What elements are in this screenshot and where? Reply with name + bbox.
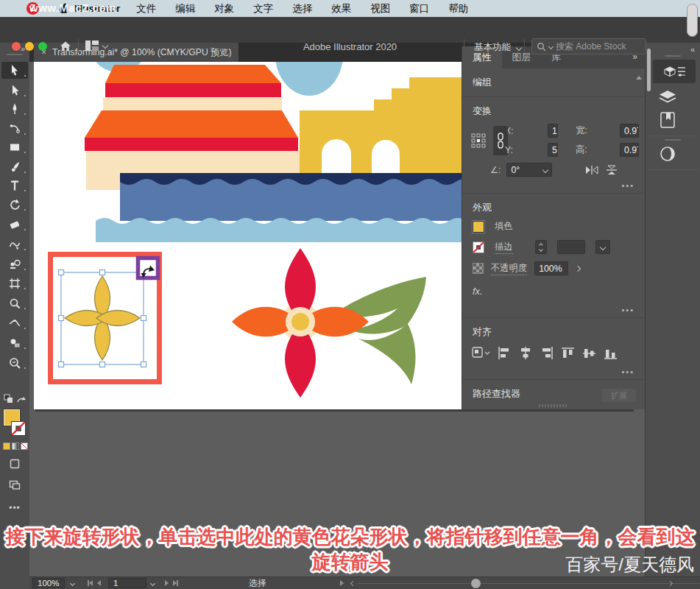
artboard-tool[interactable] <box>1 275 28 292</box>
x-input[interactable]: 1.08 in <box>548 124 558 138</box>
flip-horizontal-icon[interactable] <box>584 164 599 176</box>
reference-point-icon[interactable] <box>471 133 486 148</box>
dock-layers-button[interactable] <box>657 88 678 106</box>
menu-edit[interactable]: 编辑 <box>175 2 195 15</box>
align-to-dropdown[interactable] <box>471 346 490 360</box>
x-label: X: <box>505 126 548 136</box>
search-input[interactable]: 搜索 Adobe Stock <box>531 38 646 54</box>
artwork-roof-lower <box>85 110 298 138</box>
width-input[interactable]: 0.9724 i <box>620 124 639 138</box>
menu-view[interactable]: 视图 <box>370 2 390 15</box>
curvature-tool[interactable] <box>1 120 28 137</box>
toolbar-more-icon[interactable]: ••• <box>0 503 29 513</box>
align-top-icon[interactable] <box>561 346 576 360</box>
prev-artboard-button[interactable] <box>97 580 101 586</box>
stroke-swatch[interactable] <box>473 241 484 253</box>
color-mode-strip[interactable] <box>3 442 28 450</box>
shaper-tool[interactable] <box>1 236 28 253</box>
opacity-input[interactable]: 100% <box>534 261 568 275</box>
dock-scrollbar-thumb[interactable] <box>647 49 651 91</box>
align-bottom-icon[interactable] <box>604 346 618 360</box>
menu-type[interactable]: 文字 <box>253 2 273 15</box>
draw-mode-button[interactable] <box>1 455 28 472</box>
rectangle-tool[interactable] <box>1 138 28 155</box>
rotate-callout-box <box>138 258 158 278</box>
zoom-tool[interactable] <box>1 294 28 311</box>
swap-fill-stroke-icon[interactable] <box>3 393 26 409</box>
menu-file[interactable]: 文件 <box>136 2 156 15</box>
stroke-color-swatch[interactable] <box>11 421 26 436</box>
eraser-tool[interactable] <box>1 216 28 233</box>
transform-more-icon[interactable]: ••• <box>462 181 645 190</box>
pen-tool[interactable] <box>1 100 28 117</box>
scroll-left-icon[interactable] <box>350 580 356 585</box>
symbol-sprayer-tool[interactable] <box>1 334 28 351</box>
dock-color-themes-button[interactable] <box>657 144 678 163</box>
align-right-icon[interactable] <box>540 346 554 360</box>
next-artboard-button[interactable] <box>165 580 169 586</box>
stroke-label[interactable]: 描边 <box>495 241 513 254</box>
stroke-weight-dropdown[interactable] <box>595 240 610 254</box>
stroke-weight-input[interactable] <box>557 240 585 254</box>
yellow-flower[interactable] <box>65 276 140 360</box>
rotate-tool[interactable] <box>1 196 28 213</box>
type-tool[interactable] <box>1 177 28 194</box>
menu-help[interactable]: 帮助 <box>448 2 468 15</box>
workspace-switcher[interactable]: 基本功能 <box>474 41 521 54</box>
dock-separator <box>648 169 698 170</box>
align-center-horizontal-icon[interactable] <box>518 346 533 360</box>
effects-fx-button[interactable]: fx. <box>462 275 645 297</box>
expand-button[interactable]: 扩展 <box>602 389 636 402</box>
fill-swatch[interactable] <box>473 221 484 233</box>
none-swatch-icon[interactable] <box>21 442 28 450</box>
status-expand-icon[interactable] <box>340 580 344 586</box>
align-left-icon[interactable] <box>497 346 512 360</box>
height-label: 高: <box>576 144 620 156</box>
direct-selection-tool[interactable] <box>1 82 28 99</box>
transform-grid: X: 1.08 in 宽: 0.9724 i Y: 5.5261 i 高: 0.… <box>462 124 645 157</box>
y-input[interactable]: 5.5261 i <box>548 143 558 157</box>
horizontal-scrollbar-thumb[interactable] <box>471 579 481 588</box>
last-artboard-button[interactable] <box>173 580 178 586</box>
menu-select[interactable]: 选择 <box>292 2 312 15</box>
dock-grip[interactable] <box>665 55 681 57</box>
dock-properties-button[interactable] <box>653 60 696 83</box>
toolbar-grip[interactable] <box>7 54 23 55</box>
gradient-swatch-icon[interactable] <box>12 442 19 450</box>
menu-effect[interactable]: 效果 <box>331 2 351 15</box>
search-placeholder: 搜索 Adobe Stock <box>556 40 626 53</box>
scroll-right-icon[interactable] <box>668 580 673 585</box>
screen-mode-button[interactable] <box>1 476 28 493</box>
artboard-dropdown-icon[interactable] <box>150 580 155 585</box>
align-center-vertical-icon[interactable] <box>582 346 597 360</box>
opacity-label[interactable]: 不透明度 <box>491 262 527 275</box>
opacity-expand-icon[interactable] <box>575 265 581 271</box>
zoom-dropdown-icon[interactable] <box>70 580 75 585</box>
align-more-icon[interactable]: ••• <box>462 367 645 376</box>
menu-object[interactable]: 对象 <box>214 2 234 15</box>
scale-tool[interactable] <box>1 255 28 272</box>
horizontal-scrollbar-track[interactable] <box>357 583 699 584</box>
first-artboard-button[interactable] <box>88 580 93 586</box>
rotation-dropdown[interactable]: 0° <box>506 163 552 177</box>
artwork-cloud-right <box>275 62 343 96</box>
panel-resize-grip[interactable] <box>539 404 568 407</box>
dock-libraries-button[interactable] <box>657 110 678 130</box>
menu-window[interactable]: 窗口 <box>409 2 429 15</box>
paintbrush-tool[interactable] <box>1 158 28 175</box>
zoom-in-tool[interactable] <box>1 354 28 371</box>
page-scrollbar-thumb[interactable] <box>687 4 698 37</box>
stroke-weight-stepper[interactable] <box>535 240 547 254</box>
zoom-level-field[interactable]: 100% <box>32 578 65 588</box>
color-swatch-icon[interactable] <box>3 442 10 450</box>
fill-label: 填色 <box>495 220 513 233</box>
selection-tool[interactable] <box>1 62 28 79</box>
flip-vertical-icon[interactable] <box>605 164 618 176</box>
height-input[interactable]: 0.9724 i <box>620 143 639 157</box>
appearance-more-icon[interactable]: ••• <box>462 306 645 314</box>
opacity-icon[interactable] <box>473 263 484 274</box>
dock-grip[interactable] <box>665 139 681 141</box>
workspace-label: 基本功能 <box>474 41 511 54</box>
artboard-number-field[interactable]: 1 <box>108 578 146 588</box>
width-tool[interactable] <box>1 314 28 331</box>
